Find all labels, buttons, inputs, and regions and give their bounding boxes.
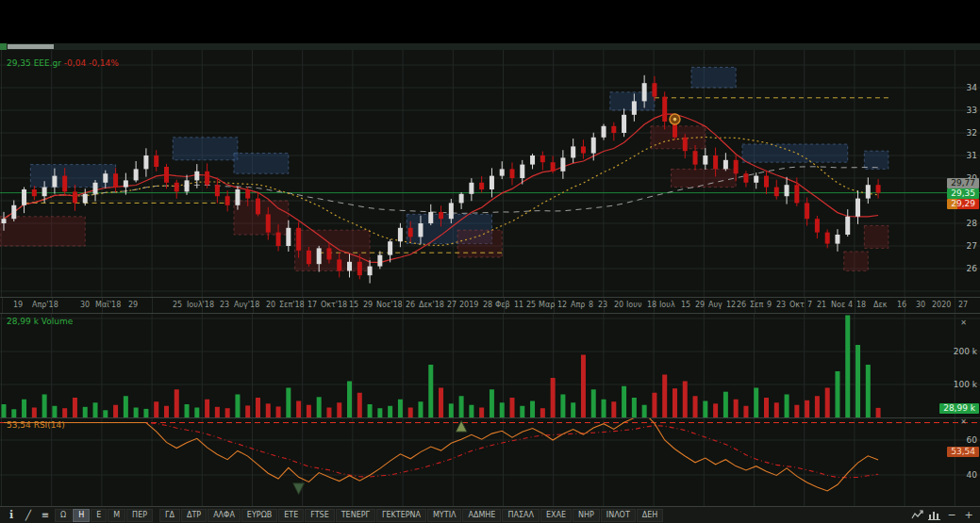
legend-change: -0,04 <box>64 58 86 68</box>
time-grid-stub <box>403 298 404 313</box>
tab-ΙΝΛΟΤ[interactable]: ΙΝΛΟΤ <box>601 509 636 522</box>
tab-ΕΥΡΩΒ[interactable]: ΕΥΡΩΒ <box>241 509 277 522</box>
time-tick-label: 21 <box>817 301 826 309</box>
time-tick-label: Οκτ'18 <box>321 301 347 309</box>
time-tick-label: Ιουλ'18 <box>187 301 214 309</box>
rsi-pane[interactable]: 53,54 RSI(14) 604053,54 ✕ <box>0 417 980 506</box>
tab-ΓΕΚΤΕΡΝΑ[interactable]: ΓΕΚΤΕΡΝΑ <box>376 509 426 522</box>
time-tick-label: 26 <box>737 301 746 309</box>
rsi-legend: 53,54 RSI(14) <box>7 420 65 430</box>
time-tick-label: 18 <box>856 301 866 309</box>
time-tick-label: 20 <box>266 301 275 309</box>
rsi-axis-label: 40 <box>967 470 977 480</box>
tab-ΠΑΣΑΛ[interactable]: ΠΑΣΑΛ <box>502 509 540 522</box>
event-marker[interactable] <box>670 114 680 124</box>
rsi-line <box>4 418 878 491</box>
time-tick-label: 15 <box>349 301 358 309</box>
price-badge: 29,77 <box>947 178 979 188</box>
time-tick-label: Δεκ'18 <box>419 301 444 309</box>
volume-axis-label: 100 k <box>954 380 977 389</box>
volume-legend: 28,99 k Volume <box>7 317 73 326</box>
chart-horizontal-scrollbar[interactable] <box>0 43 980 50</box>
time-tick-label: Αυγ'18 <box>234 301 259 309</box>
time-tick-label: 30 <box>80 301 90 309</box>
time-tick-label: 29 <box>128 301 138 309</box>
rsi-value: 53,54 <box>7 420 31 430</box>
rsi-close-icon[interactable]: ✕ <box>960 418 967 426</box>
trend-line-icon[interactable] <box>910 510 925 520</box>
time-tick-label: Σεπ'18 <box>279 301 305 309</box>
time-axis[interactable]: 19Απρ'1830Μαϊ'182925Ιουλ'1823Αυγ'1820Σεπ… <box>0 297 980 313</box>
time-tick-label: 8 <box>589 301 593 309</box>
tab-Ε[interactable]: Ε <box>91 509 107 522</box>
zoom-in-button[interactable]: + <box>961 509 976 521</box>
tab-ΔΕΗ[interactable]: ΔΕΗ <box>637 509 664 522</box>
tab-ΕΤΕ[interactable]: ΕΤΕ <box>278 509 304 522</box>
volume-pane[interactable]: 28,99 k Volume 200 k100 k28,99 k ✕ <box>0 313 980 417</box>
time-tick-label: 27 <box>447 301 457 309</box>
price-axis-label: 33 <box>967 106 977 115</box>
scrollbar-thumb[interactable] <box>8 44 54 49</box>
tab-ΜΥΤΙΛ[interactable]: ΜΥΤΙΛ <box>427 509 462 522</box>
line-tool-icon[interactable]: ╱ <box>21 509 36 522</box>
time-tick-label: Απρ'18 <box>32 301 58 309</box>
volume-label: Volume <box>42 317 73 326</box>
scrollbar-left-cap <box>0 43 7 50</box>
legend-last-price: 29,35 <box>7 58 31 68</box>
time-tick-label: Φεβ <box>495 301 510 309</box>
volume-close-icon[interactable]: ✕ <box>960 319 967 327</box>
trading-app-window: 29,35 ΕΕΕ.gr -0,04 -0,14% 34333231302827… <box>0 0 980 523</box>
time-tick-label: Ιουλ <box>659 301 675 309</box>
time-tick-label: Μαρ <box>539 301 555 309</box>
time-tick-label: 7 <box>807 301 812 309</box>
rsi-chart-canvas[interactable] <box>0 418 980 507</box>
tab-ΔΤΡ[interactable]: ΔΤΡ <box>181 509 207 522</box>
time-tick-label: 25 <box>173 301 182 309</box>
indicator-list-icon[interactable]: ≡ <box>38 509 53 522</box>
time-tick-label: 17 <box>307 301 317 309</box>
time-grid-stub <box>855 298 855 313</box>
volume-badge: 28,99 k <box>939 403 979 414</box>
time-tick-label: 12 <box>557 301 567 309</box>
tab-ΕΧΑΕ[interactable]: ΕΧΑΕ <box>540 509 572 522</box>
tab-ΠΕΡ[interactable]: ΠΕΡ <box>126 509 153 522</box>
time-tick-label: 27 <box>958 301 968 309</box>
price-axis-label: 28 <box>967 219 977 228</box>
tab-FTSE[interactable]: FTSE <box>305 509 334 522</box>
time-tick-label: 19 <box>13 301 23 309</box>
time-tick-label: 2020 <box>932 301 951 309</box>
time-tick-label: Δεκ <box>873 301 888 309</box>
tab-ΤΕΝΕΡΓ[interactable]: ΤΕΝΕΡΓ <box>336 509 375 522</box>
time-tick-label: 11 <box>514 301 523 309</box>
zoom-out-button[interactable]: − <box>944 509 959 521</box>
time-tick-label: Οκτ <box>789 301 805 309</box>
tab-ΑΛΦΑ[interactable]: ΑΛΦΑ <box>208 509 241 522</box>
tab-ΓΔ[interactable]: ΓΔ <box>159 509 180 522</box>
time-tick-label: 25 <box>526 301 536 309</box>
histogram-icon[interactable] <box>927 510 942 520</box>
legend-change-pct: -0,14% <box>89 58 119 68</box>
price-pane[interactable]: 29,35 ΕΕΕ.gr -0,04 -0,14% 34333231302827… <box>0 50 980 297</box>
tab-Η[interactable]: Η <box>73 509 90 522</box>
price-chart-canvas[interactable] <box>0 50 980 297</box>
time-tick-label: 20 <box>614 301 623 309</box>
ticker-legend: 29,35 ΕΕΕ.gr -0,04 -0,14% <box>7 58 119 68</box>
time-tick-label: 23 <box>220 301 229 309</box>
volume-chart-canvas[interactable] <box>0 314 980 418</box>
time-tick-label: 9 <box>767 301 772 309</box>
tab-Μ[interactable]: Μ <box>108 509 125 522</box>
rsi-badge: 53,54 <box>947 447 979 457</box>
tab-ΑΔΜΗΕ[interactable]: ΑΔΜΗΕ <box>462 509 501 522</box>
time-tick-label: 23 <box>598 301 607 309</box>
price-axis-label: 26 <box>967 264 977 273</box>
price-badge: 29,29 <box>947 199 979 209</box>
time-tick-label: Ιουν <box>626 301 641 309</box>
time-tick-label: 2019 <box>459 301 478 309</box>
tab-Ω[interactable]: Ω <box>55 509 72 522</box>
info-icon[interactable]: i <box>4 509 19 522</box>
time-tick-label: 12 <box>726 301 736 309</box>
time-tick-label: 29 <box>695 301 705 309</box>
time-tick-label: 15 <box>681 301 690 309</box>
tab-ΝΗΡ[interactable]: ΝΗΡ <box>573 509 600 522</box>
time-tick-label: 30 <box>916 301 925 309</box>
